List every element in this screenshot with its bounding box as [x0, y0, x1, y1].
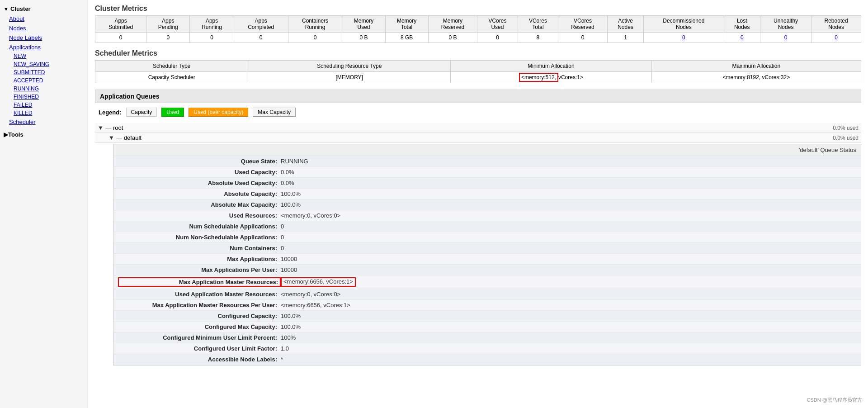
- sidebar-item-node-labels[interactable]: Node Labels: [0, 33, 88, 43]
- sidebar-item-applications[interactable]: Applications: [0, 43, 88, 52]
- col-vcores-reserved: VCoresReserved: [558, 16, 608, 33]
- qs-row-abs-max-cap: Absolute Max Capacity: 100.0%: [113, 199, 861, 210]
- val-apps-pending: 0: [146, 33, 190, 43]
- queue-root-used: 0.0% used: [833, 125, 859, 131]
- queue-default-name: default: [124, 134, 833, 141]
- col-lost-nodes: LostNodes: [724, 16, 760, 33]
- qs-row-accessible-labels: Accessible Node Labels: *: [113, 354, 861, 365]
- qs-label-abs-used-cap: Absolute Used Capacity:: [118, 180, 281, 186]
- qs-value-max-am-res-user: <memory:6656, vCores:1>: [281, 302, 350, 308]
- sched-resource-type: [MEMORY]: [248, 72, 451, 83]
- qs-label-num-sched: Num Schedulable Applications:: [118, 223, 281, 230]
- qs-row-used-cap: Used Capacity: 0.0%: [113, 167, 861, 178]
- qs-value-used-res: <memory:0, vCores:0>: [281, 212, 340, 219]
- queue-row-default[interactable]: ▼ — default 0.0% used: [95, 133, 861, 143]
- col-apps-pending: AppsPending: [146, 16, 190, 33]
- queue-status-box: 'default' Queue Status Queue State: RUNN…: [113, 144, 861, 365]
- sidebar-item-running[interactable]: RUNNING: [0, 85, 88, 93]
- queue-tree: ▼ — root 0.0% used ▼ — default 0.0% used: [95, 123, 861, 143]
- qs-label-num-containers: Num Containers:: [118, 245, 281, 251]
- qs-row-num-sched: Num Schedulable Applications: 0: [113, 221, 861, 232]
- sched-max-allocation: <memory:8192, vCores:32>: [651, 72, 861, 83]
- qs-label-abs-max-cap: Absolute Max Capacity:: [118, 201, 281, 208]
- qs-value-abs-used-cap: 0.0%: [281, 180, 294, 186]
- tools-section-header[interactable]: ▶ Tools: [0, 129, 88, 140]
- qs-row-abs-used-cap: Absolute Used Capacity: 0.0%: [113, 178, 861, 189]
- queue-row-root[interactable]: ▼ — root 0.0% used: [95, 123, 861, 133]
- queue-root-dash: —: [105, 124, 111, 131]
- scheduler-metrics-table: Scheduler Type Scheduling Resource Type …: [95, 60, 861, 83]
- qs-row-max-apps: Max Applications: 10000: [113, 254, 861, 265]
- val-vcores-total: 8: [518, 33, 558, 43]
- queue-status-title: 'default' Queue Status: [113, 144, 861, 156]
- col-vcores-total: VCoresTotal: [518, 16, 558, 33]
- val-apps-completed: 0: [234, 33, 288, 43]
- sidebar-item-finished[interactable]: FINISHED: [0, 93, 88, 101]
- sidebar-item-new[interactable]: NEW: [0, 52, 88, 60]
- qs-label-max-apps-user: Max Applications Per User:: [118, 266, 281, 273]
- qs-value-max-apps: 10000: [281, 256, 297, 262]
- qs-row-min-user-limit: Configured Minimum User Limit Percent: 1…: [113, 332, 861, 343]
- qs-label-max-am-res-user: Max Application Master Resources Per Use…: [118, 302, 281, 308]
- col-decommissioned-nodes: DecommissionedNodes: [644, 16, 724, 33]
- val-vcores-used: 0: [477, 33, 518, 43]
- qs-label-max-apps: Max Applications:: [118, 256, 281, 262]
- queue-root-arrow[interactable]: ▼: [98, 124, 104, 131]
- val-unhealthy-nodes: 0: [760, 33, 811, 43]
- col-active-nodes: ActiveNodes: [607, 16, 643, 33]
- qs-value-used-cap: 0.0%: [281, 169, 294, 176]
- qs-row-max-am-res: Max Application Master Resources: <memor…: [113, 275, 861, 289]
- qs-label-conf-cap: Configured Capacity:: [118, 313, 281, 319]
- col-rebooted-nodes: RebootedNodes: [811, 16, 861, 33]
- sched-col-max: Maximum Allocation: [651, 61, 861, 72]
- val-apps-running: 0: [190, 33, 234, 43]
- tools-label: Tools: [8, 131, 24, 138]
- decommissioned-link[interactable]: 0: [682, 34, 685, 41]
- lost-link[interactable]: 0: [741, 34, 744, 41]
- sidebar-item-scheduler[interactable]: Scheduler: [0, 117, 88, 127]
- cluster-section-header[interactable]: ▼ Cluster: [0, 4, 88, 14]
- qs-row-abs-cap: Absolute Capacity: 100.0%: [113, 189, 861, 199]
- col-containers-running: ContainersRunning: [288, 16, 342, 33]
- cluster-metrics-row: 0 0 0 0 0 0 B 8 GB 0 B 0 8 0 1 0 0 0 0: [95, 33, 861, 43]
- app-queues-title: Application Queues: [95, 90, 861, 103]
- val-memory-total: 8 GB: [385, 33, 428, 43]
- qs-label-used-am-res: Used Application Master Resources:: [118, 291, 281, 298]
- col-memory-reserved: MemoryReserved: [428, 16, 477, 33]
- qs-label-user-limit-factor: Configured User Limit Factor:: [118, 345, 281, 352]
- queue-default-dash: —: [116, 134, 122, 141]
- qs-value-abs-max-cap: 100.0%: [281, 201, 301, 208]
- col-apps-running: AppsRunning: [190, 16, 234, 33]
- scheduler-metrics-row: Capacity Scheduler [MEMORY] <memory:512,…: [95, 72, 861, 83]
- qs-label-used-res: Used Resources:: [118, 212, 281, 219]
- qs-label-state: Queue State:: [118, 158, 281, 165]
- unhealthy-link[interactable]: 0: [784, 34, 788, 41]
- qs-label-min-user-limit: Configured Minimum User Limit Percent:: [118, 334, 281, 341]
- watermark: CSDN @黑马程序员官方·: [807, 397, 863, 403]
- sidebar-item-killed[interactable]: KILLED: [0, 109, 88, 117]
- cluster-label: Cluster: [10, 5, 31, 12]
- qs-label-max-am-res: Max Application Master Resources:: [118, 277, 281, 287]
- sched-col-min: Minimum Allocation: [451, 61, 652, 72]
- qs-row-max-apps-user: Max Applications Per User: 10000: [113, 265, 861, 275]
- queue-default-arrow[interactable]: ▼: [108, 134, 114, 141]
- val-rebooted-nodes: 0: [811, 33, 861, 43]
- sidebar-item-submitted[interactable]: SUBMITTED: [0, 68, 88, 76]
- qs-row-num-containers: Num Containers: 0: [113, 243, 861, 254]
- qs-value-min-user-limit: 100%: [281, 334, 296, 341]
- sidebar-item-new-saving[interactable]: NEW_SAVING: [0, 60, 88, 68]
- qs-label-accessible-labels: Accessible Node Labels:: [118, 356, 281, 363]
- scheduler-metrics-title: Scheduler Metrics: [95, 49, 861, 57]
- legend-over: Used (over capacity): [189, 108, 248, 117]
- qs-row-used-am-res: Used Application Master Resources: <memo…: [113, 289, 861, 300]
- qs-row-user-limit-factor: Configured User Limit Factor: 1.0: [113, 343, 861, 354]
- rebooted-link[interactable]: 0: [835, 34, 838, 41]
- sidebar-item-failed[interactable]: FAILED: [0, 101, 88, 109]
- cluster-metrics-table: AppsSubmitted AppsPending AppsRunning Ap…: [95, 15, 861, 43]
- qs-value-used-am-res: <memory:0, vCores:0>: [281, 291, 340, 298]
- val-memory-reserved: 0 B: [428, 33, 477, 43]
- sidebar-item-accepted[interactable]: ACCEPTED: [0, 76, 88, 85]
- qs-row-state: Queue State: RUNNING: [113, 156, 861, 167]
- sidebar-item-nodes[interactable]: Nodes: [0, 24, 88, 33]
- sidebar-item-about[interactable]: About: [0, 14, 88, 24]
